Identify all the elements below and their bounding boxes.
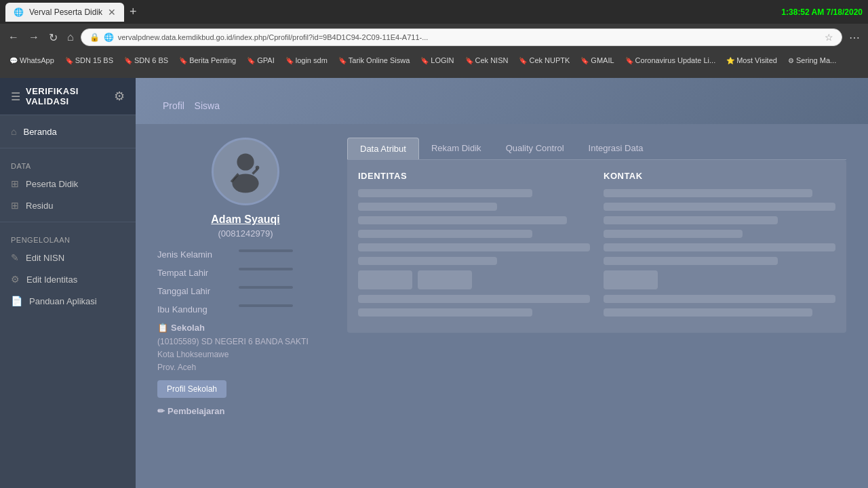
main-content: Profil Siswa Adam	[136, 78, 868, 488]
browser-bookmarks: 💬 WhatsApp 🔖 SDN 15 BS 🔖 SDN 6 BS 🔖 Beri…	[0, 51, 868, 70]
two-column-layout: IDENTITAS	[358, 171, 835, 322]
tab-favicon: 🌐	[14, 7, 24, 17]
bookmark-label: Tarik Online Siswa	[349, 56, 410, 64]
kontak-blurred-8	[604, 308, 812, 317]
document-icon: 📄	[11, 296, 22, 306]
home-button[interactable]: ⌂	[64, 28, 77, 46]
blurred-field-6	[358, 257, 497, 265]
bookmark-coronavirus[interactable]: 🔖 Coronavirus Update Li...	[621, 55, 720, 66]
tab-quality-control[interactable]: Quality Control	[494, 138, 576, 159]
sidebar-menu: ⌂ Beranda Data ⊞ Peserta Didik ⊞ Residu …	[0, 115, 136, 317]
address-bar[interactable]: 🔒 🌐 vervalpdnew.data.kemdikbud.go.id/ind…	[81, 28, 842, 46]
bookmark-label: SDN 6 BS	[134, 56, 168, 64]
app-container: ☰ VERIFIKASI VALIDASI ⚙ ⌂ Beranda Data ⊞…	[0, 78, 868, 488]
sidebar-header: ☰ VERIFIKASI VALIDASI ⚙	[0, 78, 136, 115]
profile-left-panel: Adam Syauqi (0081242979) Jenis Kelamin T…	[157, 138, 334, 416]
bookmark-icon: 🔖	[285, 57, 294, 64]
bookmark-seringma[interactable]: ⚙ Sering Ma...	[784, 55, 840, 66]
pembelajaran-label-text: Pembelajaran	[167, 406, 225, 416]
back-button[interactable]: ←	[5, 28, 22, 46]
edit-icon: ✎	[11, 252, 19, 263]
bookmark-label: SDN 15 BS	[75, 56, 113, 64]
school-label: 📋 Sekolah	[157, 323, 334, 333]
blurred-field-3	[358, 216, 567, 224]
main-header: Profil Siswa	[136, 78, 868, 124]
page-title-main: Profil	[163, 100, 184, 111]
tempat-lahir-label: Tempat Lahir	[157, 268, 239, 278]
bookmark-mostvisited[interactable]: ⭐ Most Visited	[722, 55, 781, 66]
school-icon: 📋	[157, 323, 168, 333]
bookmark-ceknisn[interactable]: 🔖 Cek NISN	[461, 55, 513, 66]
bookmark-icon: 🔖	[179, 57, 187, 64]
sidebar: ☰ VERIFIKASI VALIDASI ⚙ ⌂ Beranda Data ⊞…	[0, 78, 136, 488]
bookmark-label: LOGIN	[431, 56, 454, 64]
address-text: vervalpdnew.data.kemdikbud.go.id/index.p…	[118, 33, 821, 41]
profil-sekolah-button[interactable]: Profil Sekolah	[157, 380, 226, 398]
extensions-button[interactable]: ⋯	[846, 28, 863, 47]
sidebar-divider-2	[0, 222, 136, 222]
sidebar-item-residu[interactable]: ⊞ Residu	[0, 195, 136, 216]
bookmark-berita[interactable]: 🔖 Berita Penting	[175, 55, 240, 66]
bookmark-label: Most Visited	[736, 56, 777, 64]
browser-chrome: 🌐 Verval Peserta Didik ✕ + 1:38:52 AM 7/…	[0, 0, 868, 78]
svg-point-0	[237, 153, 254, 170]
bookmark-label: Cek NISN	[475, 56, 509, 64]
sidebar-item-edit-nisn[interactable]: ✎ Edit NISN	[0, 247, 136, 268]
kontak-blurred-5	[604, 243, 835, 251]
sidebar-edit-nisn-label: Edit NISN	[26, 253, 64, 263]
grid-icon: ⊞	[11, 178, 19, 189]
blurred-field-4	[358, 230, 532, 238]
bookmark-icon: 💬	[9, 57, 18, 64]
bookmark-gpai[interactable]: 🔖 GPAI	[243, 55, 278, 66]
bookmark-label: GPAI	[257, 56, 274, 64]
kontak-blurred-2	[604, 203, 835, 211]
bookmark-icon: 🔖	[420, 57, 429, 64]
bookmark-label: Cek NUPTK	[529, 56, 570, 64]
sidebar-item-edit-identitas[interactable]: ⚙ Edit Identitas	[0, 268, 136, 290]
identitas-header: IDENTITAS	[358, 171, 590, 181]
new-tab-button[interactable]: +	[130, 5, 137, 19]
profile-name[interactable]: Adam Syauqi	[157, 214, 334, 226]
bookmark-loginsdm[interactable]: 🔖 login sdm	[281, 55, 332, 66]
bookmark-sdn15bs[interactable]: 🔖 SDN 15 BS	[61, 55, 117, 66]
tab-data-atribut[interactable]: Data Atribut	[347, 138, 419, 159]
page-title-sub: Siswa	[195, 100, 220, 111]
profile-avatar	[212, 138, 279, 205]
school-code: (10105589)	[157, 337, 199, 346]
bookmark-ceknuptk[interactable]: 🔖 Cek NUPTK	[515, 55, 574, 66]
school-info: (10105589) SD NEGERI 6 BANDA SAKTI Kota …	[157, 336, 334, 375]
bookmark-gmail[interactable]: 🔖 GMAIL	[576, 55, 618, 66]
ibu-kandung-label: Ibu Kandung	[157, 304, 239, 314]
settings-icon[interactable]: ⚙	[114, 89, 125, 104]
tab-integrasi-data-label: Integrasi Data	[589, 143, 644, 153]
tab-rekam-didik-label: Rekam Didik	[431, 143, 481, 153]
bookmark-star-icon[interactable]: ☆	[825, 32, 833, 43]
bookmark-sdn6bs[interactable]: 🔖 SDN 6 BS	[120, 55, 172, 66]
tanggal-lahir-label: Tanggal Lahir	[157, 286, 239, 296]
bookmark-icon: ⚙	[788, 57, 794, 64]
tab-title: Verval Peserta Didik	[29, 7, 102, 17]
bookmark-label: Coronavirus Update Li...	[635, 56, 716, 64]
jenis-kelamin-value	[239, 249, 293, 252]
sidebar-item-peserta-didik[interactable]: ⊞ Peserta Didik	[0, 173, 136, 195]
refresh-button[interactable]: ↻	[46, 28, 60, 47]
bookmark-icon: 🔖	[247, 57, 255, 64]
tab-rekam-didik[interactable]: Rekam Didik	[419, 138, 494, 159]
address-icons: ☆	[825, 32, 833, 43]
bookmark-login[interactable]: 🔖 LOGIN	[416, 55, 458, 66]
blurred-field-2	[358, 203, 497, 211]
blurred-field-5	[358, 243, 590, 251]
tab-integrasi-data[interactable]: Integrasi Data	[576, 138, 656, 159]
sidebar-panduan-label: Panduan Aplikasi	[29, 296, 97, 306]
tab-close-button[interactable]: ✕	[108, 7, 116, 18]
sidebar-item-panduan[interactable]: 📄 Panduan Aplikasi	[0, 290, 136, 312]
avatar-illustration	[222, 148, 269, 195]
forward-button[interactable]: →	[26, 28, 42, 46]
field-tanggal-lahir: Tanggal Lahir	[157, 286, 334, 296]
profile-fields: Jenis Kelamin Tempat Lahir Tanggal Lahir…	[157, 249, 334, 314]
svg-point-4	[256, 166, 260, 170]
browser-tab[interactable]: 🌐 Verval Peserta Didik ✕	[5, 3, 124, 22]
sidebar-item-beranda[interactable]: ⌂ Beranda	[0, 121, 136, 142]
bookmark-whatsapp[interactable]: 💬 WhatsApp	[5, 55, 58, 66]
bookmark-tariksiswa[interactable]: 🔖 Tarik Online Siswa	[334, 55, 414, 66]
